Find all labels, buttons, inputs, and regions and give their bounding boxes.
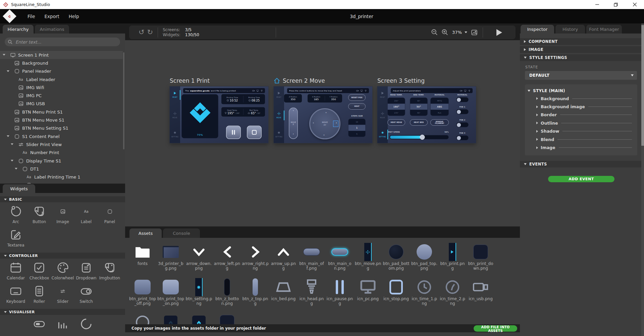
tab-hierarchy[interactable]: Hierarchy <box>3 25 34 33</box>
widget-imgbutton[interactable]: Imgbutton <box>98 259 121 282</box>
widget-checkbox[interactable]: Checkbox <box>28 259 51 282</box>
widget-vis-chart[interactable] <box>51 315 74 336</box>
hierarchy-scrollbar[interactable] <box>123 52 124 149</box>
asset-item[interactable]: arrow_up.png <box>269 241 298 276</box>
tree-item[interactable]: Slider Print View <box>0 140 123 148</box>
widget-colorwheel[interactable]: Colorwheel <box>51 259 74 282</box>
asset-item[interactable]: icn_stop.png <box>382 276 410 311</box>
tree-item[interactable] <box>0 181 123 184</box>
asset-item[interactable]: btn_move.png <box>354 241 382 276</box>
asset-item[interactable]: icn_time_2.png <box>438 276 467 311</box>
close-button[interactable] <box>625 0 644 9</box>
menu-export[interactable]: Export <box>40 14 64 19</box>
tab-widgets[interactable]: Widgets <box>3 184 35 193</box>
zoom-level[interactable]: 37% <box>452 30 462 35</box>
style-row-outline[interactable]: Outline <box>525 119 637 127</box>
widget-vis-spinner[interactable] <box>74 315 98 336</box>
asset-item[interactable]: icn_bed.png <box>269 276 298 311</box>
asset-item[interactable]: icn_head.png <box>298 276 326 311</box>
tree-item[interactable]: BTN Menu Move S1 <box>0 116 123 124</box>
asset-item[interactable]: btn_main_off.png <box>298 241 326 276</box>
widget-arc[interactable]: Arc <box>4 202 28 226</box>
tab-font-manager[interactable]: Font Manager <box>586 25 622 33</box>
widget-dropdown[interactable]: Dropdown <box>74 259 98 282</box>
inspector-scrollbar[interactable] <box>641 23 644 336</box>
widget-calendar[interactable]: Calendar <box>4 259 28 282</box>
style-row-background[interactable]: Background <box>525 94 637 103</box>
widget-roller[interactable]: Roller <box>28 282 51 306</box>
canvas-screen-setting[interactable]: Screen 3 Setting Adjust the print parame… <box>377 86 476 143</box>
widget-panel[interactable]: Panel <box>98 202 121 226</box>
asset-item[interactable]: icn_time_1.png <box>410 276 438 311</box>
asset-item[interactable]: btn_pad_bottom.png <box>382 241 410 276</box>
asset-item[interactable]: arrow_left.png <box>213 241 241 276</box>
expander-icon[interactable] <box>7 70 9 72</box>
zoom-in-icon[interactable] <box>441 28 449 36</box>
style-row-background-image[interactable]: Background image <box>525 103 637 111</box>
hierarchy-search[interactable] <box>5 38 120 46</box>
asset-item[interactable]: btn_print_top_on.png <box>157 276 185 311</box>
widget-section-basic[interactable]: BASIC <box>0 196 125 202</box>
canvas-screen-move[interactable]: Screen 2 Move Press the control buttons … <box>274 86 372 143</box>
section-component[interactable]: COMPONENT <box>520 38 641 45</box>
section-events[interactable]: EVENTS <box>520 161 641 167</box>
tree-item[interactable]: IMG PC <box>0 91 123 99</box>
tab-inspector[interactable]: Inspector <box>521 25 554 33</box>
minimize-button[interactable] <box>588 0 606 9</box>
add-file-into-assets-button[interactable]: ADD FILE INTO ASSETS <box>474 325 517 332</box>
fit-view-icon[interactable] <box>471 29 478 36</box>
tree-item[interactable]: DT1 <box>0 165 123 173</box>
asset-item[interactable]: fonts <box>128 241 157 276</box>
asset-item[interactable]: btn_print_down.png <box>467 241 495 276</box>
expander-icon[interactable] <box>11 143 13 145</box>
widget-slider[interactable]: Slider <box>51 282 74 306</box>
asset-item[interactable]: btn_z_top.png <box>241 276 269 311</box>
menu-help[interactable]: Help <box>64 14 84 19</box>
tab-assets[interactable]: Assets <box>129 228 162 238</box>
play-button[interactable] <box>496 29 502 36</box>
expander-icon[interactable] <box>3 54 5 56</box>
widget-keyboard[interactable]: Keyboard <box>4 282 28 306</box>
widget-image[interactable]: Image <box>51 202 74 226</box>
asset-item[interactable]: btn_main_on.png <box>326 241 354 276</box>
tree-item[interactable]: Panel Header <box>0 67 123 75</box>
tree-item[interactable]: BTN Menu Setting S1 <box>0 124 123 132</box>
tree-item[interactable]: BTN Menu Print S1 <box>0 108 123 116</box>
asset-item[interactable]: btn_pad_top.png <box>410 241 438 276</box>
tree-item[interactable]: Screen 1 Print <box>0 51 123 59</box>
asset-item[interactable]: icn_pc.png <box>354 276 382 311</box>
widget-textarea[interactable]: Textarea <box>4 226 28 249</box>
expander-icon[interactable] <box>7 135 9 137</box>
tree-item[interactable]: IMG USB <box>0 100 123 108</box>
section-image[interactable]: IMAGE <box>520 46 641 53</box>
undo-icon[interactable]: ↺ <box>139 29 145 36</box>
design-canvas[interactable]: Screen 1 Print The squareline.gcode word… <box>125 40 520 226</box>
add-event-button[interactable]: ADD EVENT <box>548 176 614 182</box>
expander-icon[interactable] <box>15 168 17 170</box>
tree-item[interactable]: IMG Wifi <box>0 83 123 91</box>
asset-item[interactable]: btn_print.png <box>438 241 467 276</box>
tab-history[interactable]: History <box>555 25 585 33</box>
tree-item[interactable]: Display Time S1 <box>0 157 123 165</box>
tree-item[interactable]: Background <box>0 59 123 67</box>
asset-item[interactable]: arrow_down.png <box>185 241 213 276</box>
redo-icon[interactable]: ↻ <box>147 29 153 36</box>
tab-console[interactable]: Console <box>163 228 200 238</box>
zoom-dropdown-caret[interactable] <box>465 31 467 33</box>
widget-label[interactable]: AaLabel <box>74 202 98 226</box>
tree-item[interactable]: AaLabel Header <box>0 75 123 83</box>
state-dropdown[interactable]: DEFAULT <box>525 71 637 80</box>
asset-item[interactable]: btn_z_botton.png <box>213 276 241 311</box>
asset-item[interactable]: btn_print_top_off.png <box>128 276 157 311</box>
style-row-blend[interactable]: Blend <box>525 135 637 143</box>
search-input[interactable] <box>13 40 120 45</box>
widget-vis-bar[interactable] <box>28 315 51 336</box>
widget-section-controller[interactable]: CONTROLLER <box>0 253 125 259</box>
widget-switch[interactable]: Switch <box>74 282 98 306</box>
style-row-shadow[interactable]: Shadow <box>525 127 637 135</box>
widget-section-visualiser[interactable]: VISUALISER <box>0 309 125 315</box>
section-style-settings[interactable]: STYLE SETTINGS <box>520 54 641 61</box>
tree-item[interactable]: AaLabel Printing Time 1 <box>0 173 123 181</box>
tree-item[interactable]: AaNumber Print <box>0 149 123 157</box>
asset-item[interactable]: btn_setting.png <box>185 276 213 311</box>
